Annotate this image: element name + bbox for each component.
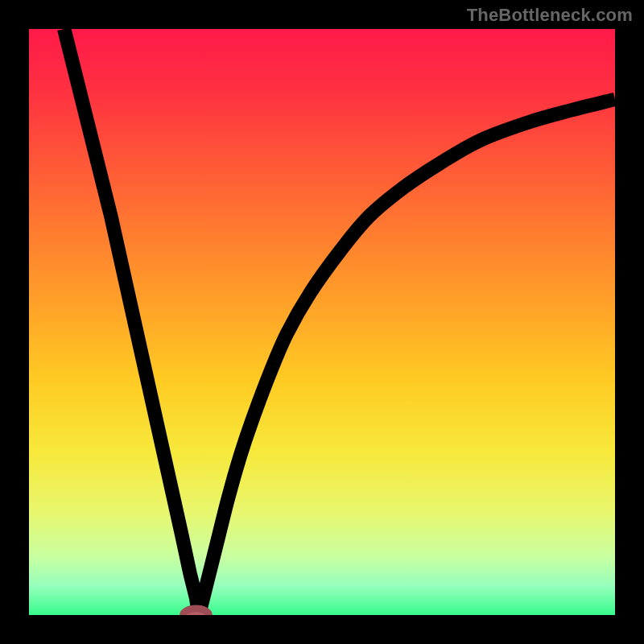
chart-frame: TheBottleneck.com <box>0 0 644 644</box>
minimum-marker <box>183 609 208 615</box>
bottleneck-chart <box>29 29 615 615</box>
attribution-label: TheBottleneck.com <box>467 5 633 26</box>
